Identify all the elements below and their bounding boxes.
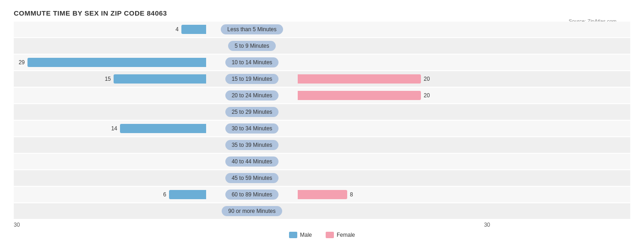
chart-row: 6 60 to 89 Minutes 8	[14, 187, 630, 202]
female-section: 20	[298, 74, 490, 84]
chart-row: 14 30 to 34 Minutes	[14, 121, 630, 136]
male-bar-wrap	[14, 140, 206, 150]
chart-row: 4 Less than 5 Minutes	[14, 22, 630, 37]
axis-right: 30	[298, 222, 490, 228]
male-section: 4	[14, 25, 206, 34]
female-section	[298, 207, 490, 216]
label-pill: 40 to 44 Minutes	[225, 156, 279, 167]
female-section	[298, 173, 490, 183]
male-section	[14, 41, 206, 50]
label-pill: 25 to 29 Minutes	[225, 107, 279, 117]
female-value: 20	[424, 92, 433, 99]
female-section	[298, 107, 490, 117]
female-value: 20	[424, 76, 433, 82]
label-pill: 10 to 14 Minutes	[225, 57, 279, 67]
male-bar-wrap	[14, 91, 206, 100]
male-bar	[169, 190, 206, 199]
label-pill: 30 to 34 Minutes	[225, 123, 279, 134]
label-cell: 15 to 19 Minutes	[206, 74, 298, 84]
female-section	[298, 140, 490, 150]
male-section	[14, 140, 206, 150]
legend-male-label: Male	[300, 232, 312, 238]
label-pill: 45 to 59 Minutes	[225, 173, 279, 183]
female-bar-wrap: 20	[298, 91, 490, 100]
female-value: 8	[350, 191, 359, 198]
chart-row: 45 to 59 Minutes	[14, 170, 630, 186]
label-cell: 25 to 29 Minutes	[206, 107, 298, 117]
chart-row: 20 to 24 Minutes 20	[14, 88, 630, 103]
female-section: 8	[298, 190, 490, 199]
female-bar-wrap	[298, 157, 490, 166]
male-bar-wrap: 4	[14, 25, 206, 34]
label-cell: 45 to 59 Minutes	[206, 173, 298, 183]
female-section	[298, 41, 490, 50]
axis-left: 30	[14, 222, 206, 228]
female-section	[298, 157, 490, 166]
female-bar-wrap	[298, 25, 490, 34]
male-section	[14, 157, 206, 166]
male-bar	[120, 124, 206, 133]
legend: Male Female	[14, 232, 630, 238]
female-bar	[298, 91, 421, 100]
male-bar-wrap: 15	[14, 74, 206, 84]
male-section	[14, 173, 206, 183]
female-bar	[298, 74, 421, 84]
female-bar-wrap: 20	[298, 74, 490, 84]
male-value: 29	[16, 59, 25, 66]
male-bar-wrap: 29	[14, 58, 206, 67]
chart-row: 5 to 9 Minutes	[14, 38, 630, 54]
male-section: 15	[14, 74, 206, 84]
female-section	[298, 124, 490, 133]
female-bar-wrap	[298, 107, 490, 117]
male-section: 14	[14, 124, 206, 133]
male-bar	[181, 25, 206, 34]
female-bar-wrap	[298, 41, 490, 50]
legend-female-icon	[326, 232, 334, 238]
female-bar-wrap	[298, 58, 490, 67]
label-cell: 35 to 39 Minutes	[206, 140, 298, 150]
male-value: 4	[169, 26, 179, 33]
label-pill: 20 to 24 Minutes	[225, 90, 279, 100]
label-cell: 60 to 89 Minutes	[206, 190, 298, 200]
chart-row: 90 or more Minutes	[14, 203, 630, 219]
male-bar-wrap	[14, 207, 206, 216]
label-pill: 5 to 9 Minutes	[228, 41, 275, 51]
axis-row: 30 30	[14, 222, 630, 228]
label-pill: 15 to 19 Minutes	[225, 74, 279, 84]
male-bar-wrap	[14, 173, 206, 183]
female-bar	[298, 190, 347, 199]
male-bar	[27, 58, 206, 67]
chart-row: 25 to 29 Minutes	[14, 104, 630, 120]
chart-row: 40 to 44 Minutes	[14, 154, 630, 169]
male-value: 15	[102, 76, 111, 82]
label-pill: 90 or more Minutes	[222, 206, 282, 216]
label-cell: 5 to 9 Minutes	[206, 41, 298, 51]
female-section: 20	[298, 91, 490, 100]
male-section	[14, 107, 206, 117]
male-bar-wrap: 6	[14, 190, 206, 199]
female-bar-wrap: 8	[298, 190, 490, 199]
label-cell: 20 to 24 Minutes	[206, 90, 298, 100]
female-bar-wrap	[298, 207, 490, 216]
chart-row: 29 10 to 14 Minutes	[14, 55, 630, 70]
male-bar	[114, 74, 206, 84]
male-value: 6	[157, 191, 166, 198]
male-section	[14, 207, 206, 216]
male-bar-wrap: 14	[14, 124, 206, 133]
label-cell: 10 to 14 Minutes	[206, 57, 298, 67]
male-section: 29	[14, 58, 206, 67]
label-cell: 90 or more Minutes	[206, 206, 298, 216]
female-bar-wrap	[298, 140, 490, 150]
chart-row: 35 to 39 Minutes	[14, 137, 630, 153]
legend-male-icon	[289, 232, 297, 238]
female-bar-wrap	[298, 124, 490, 133]
label-cell: 40 to 44 Minutes	[206, 156, 298, 167]
female-section	[298, 25, 490, 34]
label-pill: 35 to 39 Minutes	[225, 140, 279, 150]
label-pill: 60 to 89 Minutes	[225, 190, 279, 200]
male-bar-wrap	[14, 107, 206, 117]
male-value: 14	[108, 125, 117, 132]
male-section	[14, 91, 206, 100]
male-section: 6	[14, 190, 206, 199]
legend-female-label: Female	[337, 232, 355, 238]
